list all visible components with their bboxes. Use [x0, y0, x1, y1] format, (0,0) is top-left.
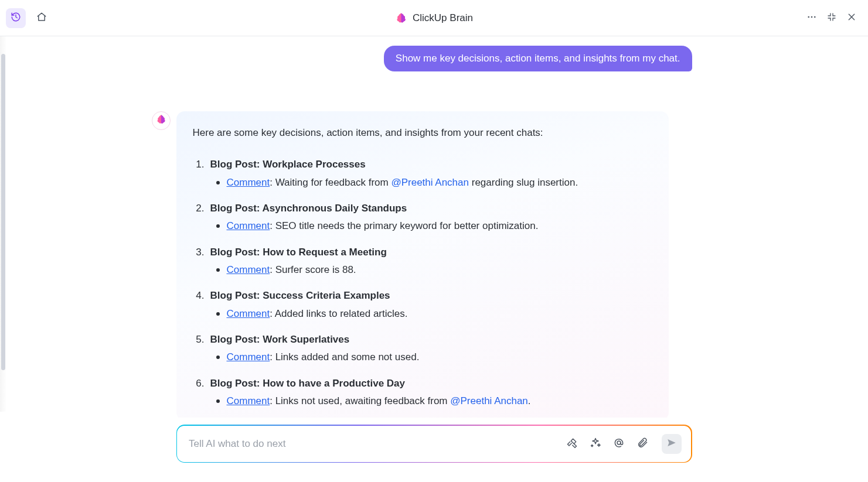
comment-text-before: : Surfer score is 88.: [270, 264, 356, 275]
user-message-bubble: Show me key decisions, action items, and…: [384, 46, 692, 71]
comment-text-after: regarding slug insertion.: [469, 177, 578, 188]
comment-text-before: : Waiting for feedback from: [270, 177, 391, 188]
list-item: 1.Blog Post: Workplace Processes: [193, 157, 652, 172]
close-button[interactable]: [846, 12, 857, 24]
attach-button[interactable]: [636, 437, 649, 450]
item-number: 6.: [193, 376, 205, 391]
tools-icon: [566, 437, 578, 451]
assistant-response-card: Here are some key decisions, action item…: [176, 111, 669, 418]
home-icon: [36, 12, 47, 25]
app-header: ClickUp Brain: [0, 0, 868, 36]
item-number: 3.: [193, 245, 205, 260]
list-item: 6.Blog Post: How to have a Productive Da…: [193, 376, 652, 391]
assistant-avatar: [152, 111, 171, 130]
bullet-icon: [216, 224, 220, 228]
ai-input-wrap: [176, 425, 692, 463]
page-title: ClickUp Brain: [413, 12, 473, 24]
user-message-text: Show me key decisions, action items, and…: [396, 53, 680, 64]
comment-text-after: .: [528, 395, 531, 406]
bullet-icon: [216, 399, 220, 403]
item-title: Blog Post: Work Superlatives: [210, 332, 350, 347]
close-icon: [847, 12, 856, 24]
list-item: 5.Blog Post: Work Superlatives: [193, 332, 652, 347]
svg-point-0: [808, 16, 809, 18]
conversation-area: Show me key decisions, action items, and…: [0, 36, 868, 418]
ai-prompt-input[interactable]: [189, 438, 566, 450]
comment-link[interactable]: Comment: [227, 220, 270, 231]
bullet-icon: [216, 312, 220, 316]
comment-text-before: : Links added and some not used.: [270, 351, 419, 363]
item-comment-row: Comment: Added links to related articles…: [216, 306, 652, 322]
list-item: 4.Blog Post: Success Criteria Examples: [193, 288, 652, 303]
history-icon: [11, 12, 21, 25]
bullet-icon: [216, 355, 220, 359]
comment-link[interactable]: Comment: [227, 351, 270, 363]
item-comment-text: Comment: Added links to related articles…: [227, 306, 408, 322]
comment-text-before: : Links not used, awaiting feedback from: [270, 395, 450, 406]
comment-link[interactable]: Comment: [227, 264, 270, 275]
header-left: [6, 8, 52, 28]
assistant-intro: Here are some key decisions, action item…: [193, 125, 652, 141]
bullet-icon: [216, 181, 220, 184]
item-comment-text: Comment: Links not used, awaiting feedba…: [227, 394, 531, 409]
item-comment-row: Comment: Waiting for feedback from @Pree…: [216, 175, 652, 190]
send-icon: [666, 437, 677, 450]
brain-avatar-icon: [156, 114, 166, 127]
comment-text-before: : Added links to related articles.: [270, 308, 407, 319]
item-comment-row: Comment: Links not used, awaiting feedba…: [216, 394, 652, 409]
item-title: Blog Post: Workplace Processes: [210, 157, 366, 172]
item-comment-row: Comment: Links added and some not used.: [216, 350, 652, 365]
item-comment-text: Comment: SEO title needs the primary key…: [227, 218, 539, 234]
item-title: Blog Post: Success Criteria Examples: [210, 288, 390, 303]
item-number: 1.: [193, 157, 205, 172]
comment-link[interactable]: Comment: [227, 177, 270, 188]
input-action-icons: [566, 434, 682, 454]
item-title: Blog Post: Asynchronous Daily Standups: [210, 201, 407, 216]
header-right: [806, 12, 857, 24]
assistant-items-list: 1.Blog Post: Workplace ProcessesComment:…: [193, 157, 652, 409]
item-comment-text: Comment: Waiting for feedback from @Pree…: [227, 175, 578, 190]
svg-point-5: [617, 441, 621, 445]
item-title: Blog Post: How to have a Productive Day: [210, 376, 406, 391]
header-title-group: ClickUp Brain: [395, 12, 473, 24]
bullet-icon: [216, 268, 220, 272]
svg-point-2: [814, 16, 816, 18]
comment-link[interactable]: Comment: [227, 308, 270, 319]
item-comment-row: Comment: SEO title needs the primary key…: [216, 218, 652, 234]
ai-input-inner: [177, 426, 691, 462]
sparkle-icon: [590, 437, 601, 451]
history-button[interactable]: [6, 8, 26, 28]
list-item: 2.Blog Post: Asynchronous Daily Standups: [193, 201, 652, 216]
item-comment-text: Comment: Surfer score is 88.: [227, 262, 356, 278]
home-button[interactable]: [32, 8, 52, 28]
more-icon: [806, 12, 817, 25]
user-mention[interactable]: @Preethi Anchan: [450, 395, 528, 406]
send-button[interactable]: [662, 434, 682, 454]
at-icon: [613, 437, 625, 451]
more-button[interactable]: [806, 12, 818, 24]
svg-point-1: [811, 16, 813, 18]
paperclip-icon: [636, 437, 648, 451]
item-title: Blog Post: How to Request a Meeting: [210, 245, 387, 260]
sparkle-button[interactable]: [589, 437, 602, 450]
minimize-icon: [827, 12, 836, 24]
brain-logo-icon: [395, 12, 407, 24]
minimize-button[interactable]: [826, 12, 838, 24]
input-zone: [0, 418, 868, 482]
comment-text-before: : SEO title needs the primary keyword fo…: [270, 220, 538, 231]
item-comment-text: Comment: Links added and some not used.: [227, 350, 420, 365]
tools-button[interactable]: [566, 437, 578, 450]
assistant-block: Here are some key decisions, action item…: [153, 111, 692, 418]
item-number: 4.: [193, 288, 205, 303]
user-mention[interactable]: @Preethi Anchan: [391, 177, 469, 188]
mention-button[interactable]: [612, 437, 625, 450]
list-item: 3.Blog Post: How to Request a Meeting: [193, 245, 652, 260]
item-number: 5.: [193, 332, 205, 347]
item-number: 2.: [193, 201, 205, 216]
item-comment-row: Comment: Surfer score is 88.: [216, 262, 652, 278]
comment-link[interactable]: Comment: [227, 395, 270, 406]
